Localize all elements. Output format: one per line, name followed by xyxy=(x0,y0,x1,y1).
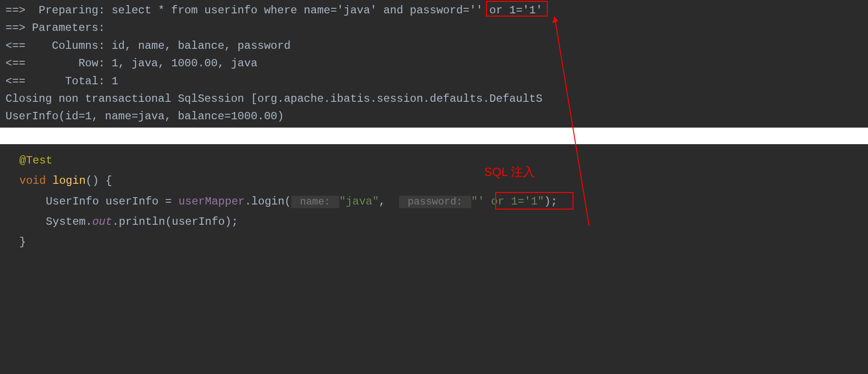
closing-brace: } xyxy=(19,236,26,248)
test-annotation: @Test xyxy=(19,154,52,167)
console-output-panel: ==> Preparing: select * from userinfo wh… xyxy=(0,0,868,128)
keyword-void: void xyxy=(19,175,46,187)
variable-decl: UserInfo userInfo = xyxy=(46,195,179,208)
console-line: Closing non transactional SqlSession [or… xyxy=(6,90,862,108)
code-line: void login() { xyxy=(19,171,868,191)
console-line: ==> Parameters: xyxy=(6,19,862,37)
console-line: <== Total: 1 xyxy=(6,73,862,90)
method-call: .login( xyxy=(245,195,291,208)
code-line: System.out.println(userInfo); xyxy=(19,212,868,232)
paren-brace: () { xyxy=(86,175,112,187)
system-ref: System. xyxy=(46,216,93,228)
code-line: @Test xyxy=(19,151,868,171)
console-line: <== Columns: id, name, balance, password xyxy=(6,37,862,55)
param-hint-name: name: xyxy=(291,196,339,208)
code-editor-panel[interactable]: @Test void login() { UserInfo userInfo =… xyxy=(0,144,868,259)
console-line: ==> Preparing: select * from userinfo wh… xyxy=(6,2,862,19)
close-paren: ); xyxy=(544,195,557,208)
string-literal-injection: "' or 1='1" xyxy=(471,195,544,208)
out-field: out xyxy=(92,216,112,228)
string-literal: "java" xyxy=(339,195,379,208)
method-name: login xyxy=(52,175,86,187)
panel-divider xyxy=(0,128,868,144)
println-call: .println(userInfo); xyxy=(112,216,238,228)
console-line: <== Row: 1, java, 1000.00, java xyxy=(6,55,862,72)
code-line: UserInfo userInfo = userMapper.login( na… xyxy=(19,192,868,212)
console-line: UserInfo(id=1, name=java, balance=1000.0… xyxy=(6,108,862,125)
code-line: } xyxy=(19,232,868,252)
field-ref: userMapper xyxy=(179,195,245,208)
sql-injection-label: SQL 注入 xyxy=(484,163,535,182)
param-hint-password: password: xyxy=(399,196,471,208)
